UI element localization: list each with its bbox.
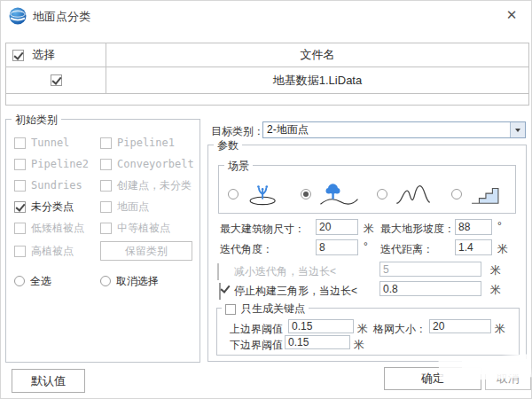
- file-table: 选择 文件名 地基数据1.LiData: [5, 43, 529, 106]
- target-category-value: 2-地面点: [263, 122, 510, 137]
- max-building-input[interactable]: [316, 219, 358, 235]
- select-header-label: 选择: [32, 47, 55, 63]
- keep-category-button[interactable]: 保留类别: [100, 241, 192, 261]
- reduce-angle-checkbox[interactable]: [217, 263, 219, 280]
- radio[interactable]: [451, 189, 462, 200]
- stop-triangle-unit: 米: [490, 283, 501, 298]
- grid-size-input[interactable]: [429, 319, 491, 333]
- class-checkbox-ground[interactable]: 地面点: [100, 200, 149, 215]
- dialog-title: 地面点分类: [33, 9, 90, 25]
- radio[interactable]: [100, 276, 111, 286]
- class-checkbox-unclassified[interactable]: 未分类点: [14, 200, 100, 215]
- row-filename: 地基数据1.LiData: [106, 67, 528, 93]
- title-bar: 地面点分类 ✕: [1, 1, 531, 31]
- max-slope-unit: °: [497, 220, 502, 232]
- stop-triangle-label: 停止构建三角形，当边长<: [234, 284, 357, 299]
- reduce-angle-unit: 米: [490, 263, 501, 278]
- scene-title: 场景: [224, 159, 253, 174]
- iter-angle-label: 迭代角度：: [220, 242, 273, 257]
- max-building-label: 最大建筑物尺寸：: [220, 222, 305, 237]
- checkbox[interactable]: [14, 201, 26, 213]
- row-select-cell: [6, 67, 106, 93]
- scene-group: 场景: [218, 165, 516, 214]
- flat-ground-vegetation-icon: [246, 182, 283, 207]
- checkbox[interactable]: [100, 180, 112, 192]
- lower-threshold-unit: 米: [354, 338, 364, 353]
- upper-threshold-unit: 米: [357, 322, 368, 337]
- stop-triangle-checkbox[interactable]: [219, 283, 221, 300]
- target-category-dropdown[interactable]: 2-地面点: [262, 121, 526, 138]
- class-checkbox-high-vegetation[interactable]: 高植被点: [14, 244, 100, 259]
- reduce-angle-label: 减小迭代角，当边长<: [234, 264, 336, 279]
- steep-mountain-icon: [395, 182, 432, 207]
- radio[interactable]: [14, 276, 25, 286]
- checkbox[interactable]: [14, 246, 26, 257]
- table-row[interactable]: 地基数据1.LiData: [6, 67, 528, 94]
- chevron-down-icon[interactable]: [510, 122, 525, 137]
- iter-dist-input[interactable]: [455, 239, 492, 255]
- stop-triangle-input[interactable]: [379, 281, 481, 296]
- lower-threshold-label: 下边界阈值: [230, 338, 283, 353]
- keypoints-only-checkbox[interactable]: [225, 304, 236, 315]
- checkbox[interactable]: [14, 137, 26, 149]
- checkbox[interactable]: [14, 223, 26, 234]
- checkbox[interactable]: [100, 159, 112, 170]
- default-values-button[interactable]: 默认值: [12, 369, 85, 393]
- checkbox[interactable]: [100, 137, 112, 149]
- lidar360-logo-icon: [8, 6, 27, 26]
- iter-dist-unit: 米: [497, 242, 508, 257]
- checkbox[interactable]: [100, 223, 112, 234]
- checkbox[interactable]: [14, 159, 26, 170]
- scene-option-urban-stairs[interactable]: [451, 182, 501, 207]
- row-checkbox[interactable]: [51, 74, 62, 86]
- max-slope-label: 最大地形坡度：: [380, 222, 455, 237]
- radio[interactable]: [301, 189, 311, 200]
- keypoints-only-label: 只生成关键点: [241, 301, 305, 317]
- class-checkbox-low-vegetation[interactable]: 低矮植被点: [14, 221, 100, 236]
- class-checkbox-sundries[interactable]: Sundries: [14, 179, 100, 192]
- deselect-radio[interactable]: 取消选择: [100, 274, 159, 289]
- urban-stairs-icon: [469, 182, 501, 207]
- scene-option-steep-mountain[interactable]: [377, 182, 432, 207]
- watermark-smudge: [462, 359, 531, 374]
- radio[interactable]: [377, 189, 387, 200]
- class-checkbox-pipeline1[interactable]: Pipeline1: [100, 137, 175, 149]
- grid-size-label: 格网大小：: [373, 322, 426, 337]
- grid-size-unit: 米: [495, 322, 505, 337]
- select-all-radio[interactable]: 全选: [14, 274, 100, 289]
- reduce-angle-input[interactable]: [379, 262, 481, 277]
- filename-column-header: 文件名: [106, 43, 528, 66]
- iter-angle-unit: °: [364, 240, 368, 253]
- max-building-unit: 米: [364, 222, 374, 237]
- parameters-title: 参数: [214, 138, 242, 153]
- class-checkbox-pipeline2[interactable]: Pipeline2: [14, 158, 100, 170]
- max-slope-input[interactable]: [455, 219, 492, 235]
- class-checkbox-created-unclassified[interactable]: 创建点，未分类: [100, 178, 192, 193]
- checkbox[interactable]: [14, 180, 26, 192]
- file-table-header: 选择 文件名: [6, 43, 528, 67]
- initial-category-grid: Tunnel Pipeline1 Pipeline2 Conveyorbelt …: [14, 132, 196, 292]
- radio[interactable]: [228, 189, 239, 200]
- select-column-header: 选择: [6, 43, 106, 66]
- scene-option-gentle-slope[interactable]: [301, 182, 359, 207]
- target-category-label: 目标类别：: [211, 124, 264, 139]
- class-checkbox-conveyorbelt[interactable]: Conveyorbelt: [100, 158, 194, 170]
- ground-point-classification-dialog: 地面点分类 ✕ 选择 文件名 地基数据1.LiData 初始类别 Tunnel: [0, 0, 532, 399]
- lower-threshold-input[interactable]: [285, 335, 350, 349]
- gentle-slope-trees-icon: [318, 182, 359, 207]
- upper-threshold-label: 上边界阈值: [230, 322, 283, 337]
- scene-option-flat-vegetation[interactable]: [228, 182, 283, 207]
- iter-dist-label: 迭代距离：: [380, 242, 434, 257]
- iter-angle-input[interactable]: [316, 239, 358, 255]
- close-icon[interactable]: ✕: [503, 6, 520, 24]
- initial-category-title: 初始类别: [12, 113, 61, 128]
- upper-threshold-input[interactable]: [288, 319, 354, 333]
- initial-category-group: 初始类别 Tunnel Pipeline1 Pipeline2 Conveyor…: [5, 119, 200, 363]
- select-all-checkbox[interactable]: [12, 50, 24, 61]
- keypoints-group-title: 只生成关键点: [222, 301, 309, 317]
- class-checkbox-medium-vegetation[interactable]: 中等植被点: [100, 221, 170, 236]
- checkbox[interactable]: [100, 201, 112, 213]
- class-checkbox-tunnel[interactable]: Tunnel: [14, 137, 100, 149]
